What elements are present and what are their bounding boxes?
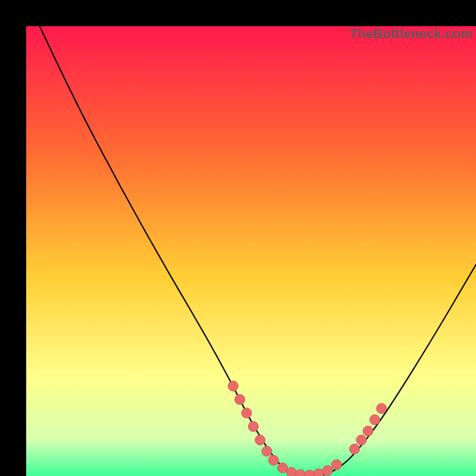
- marker-dot: [331, 460, 342, 470]
- chart-svg: [26, 26, 476, 476]
- marker-dot: [248, 421, 258, 431]
- marker-dot: [363, 426, 373, 436]
- marker-dot: [356, 435, 367, 445]
- marker-dot: [235, 394, 245, 405]
- marker-dot: [322, 465, 333, 475]
- marker-dot: [277, 463, 287, 473]
- marker-dot: [287, 467, 297, 476]
- marker-dot: [228, 381, 238, 391]
- bottleneck-curve: [40, 26, 476, 476]
- marker-dot: [314, 469, 324, 476]
- marker-dot: [305, 470, 315, 476]
- marker-dot: [268, 455, 278, 465]
- marker-dot: [242, 408, 252, 418]
- marker-dot: [369, 415, 380, 425]
- plot-area: TheBottleneck.com: [26, 26, 476, 476]
- marker-dot: [262, 446, 272, 456]
- chart-frame: TheBottleneck.com: [0, 0, 476, 476]
- curve-markers: [228, 381, 386, 476]
- marker-dot: [377, 403, 387, 414]
- marker-dot: [296, 469, 306, 476]
- marker-dot: [255, 435, 265, 445]
- marker-dot: [349, 444, 359, 454]
